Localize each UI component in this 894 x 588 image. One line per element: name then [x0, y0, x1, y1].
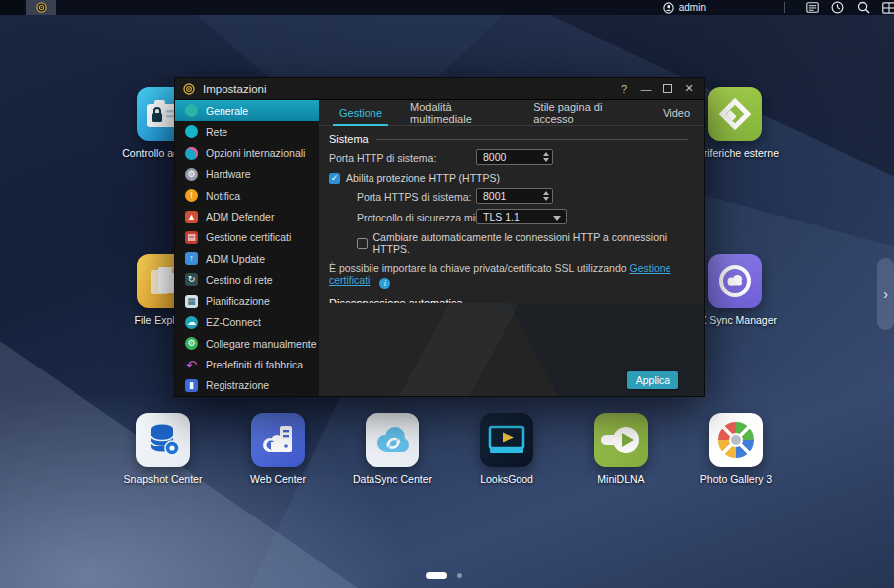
tab-video[interactable]: Video: [649, 100, 704, 126]
maximize-button[interactable]: [659, 81, 676, 97]
window-titlebar[interactable]: Impostazioni ? — ✕: [175, 78, 704, 100]
notifications-icon: [806, 2, 819, 13]
sidebar-item-label: Cestino di rete: [206, 274, 273, 286]
minidlna-icon: [594, 413, 648, 467]
http-port-value: 8000: [483, 151, 506, 163]
https-enable-row: ✓ Abilita protezione HTTP (HTTPS): [329, 172, 688, 184]
registration-icon: ▮: [185, 379, 198, 392]
spinner-buttons[interactable]: [543, 191, 549, 201]
desktop-icon-minidlna[interactable]: MiniDLNA: [575, 413, 667, 485]
looksgood-icon: [480, 413, 533, 467]
external-devices-icon: [708, 87, 762, 141]
sidebar-item-label: Registrazione: [206, 379, 269, 391]
sidebar-item-opzioni-internazionali[interactable]: Opzioni internazionali: [175, 143, 319, 164]
ez-connect-icon: ☁: [185, 316, 198, 329]
resource-monitor-icon: [831, 1, 844, 14]
sidebar-item-rete[interactable]: Rete: [175, 121, 319, 142]
sidebar-item-adm-defender[interactable]: ▲ ADM Defender: [175, 206, 319, 226]
taskbar-app-button-impostazioni[interactable]: [26, 0, 56, 15]
search-button[interactable]: [850, 0, 876, 15]
https-enable-label: Abilita protezione HTTP (HTTPS): [346, 172, 500, 184]
next-page-arrow[interactable]: ›: [877, 258, 894, 330]
info-icon[interactable]: i: [379, 278, 390, 289]
ez-sync-icon: [708, 254, 762, 308]
sidebar-item-label: Opzioni internazionali: [206, 147, 305, 159]
notifications-button[interactable]: [799, 0, 824, 15]
desktop-icon-label: EZ Sync Manager: [693, 314, 777, 326]
user-menu[interactable]: admin: [663, 2, 706, 14]
resource-monitor-button[interactable]: [824, 0, 850, 15]
sidebar-item-cestino-di-rete[interactable]: ↻ Cestino di rete: [175, 269, 319, 290]
sidebar-item-label: EZ-Connect: [206, 316, 261, 328]
settings-sidebar: Generale Rete Opzioni internazionali ⚙ H…: [175, 100, 319, 396]
help-button[interactable]: ?: [615, 81, 633, 97]
tab-stile-pagina-di-accesso[interactable]: Stile pagina di accesso: [520, 100, 649, 126]
chevron-right-icon: ›: [883, 286, 888, 302]
settings-gear-icon: [183, 83, 195, 95]
desktop-icon-looksgood[interactable]: LooksGood: [461, 413, 552, 485]
desktop-icon-label: Web Center: [250, 473, 306, 485]
desktop-icon-web-center[interactable]: Web Center: [232, 413, 324, 485]
desktop-icon-label: MiniDLNA: [597, 473, 644, 485]
http-port-input[interactable]: 8000: [476, 149, 553, 165]
sidebar-item-registrazione[interactable]: ▮ Registrazione: [175, 375, 319, 396]
top-taskbar: admin: [0, 0, 894, 15]
taskbar-left-strip: [0, 0, 24, 15]
settings-content: Sistema Porta HTTP di sistema: 8000 ✓ Ab…: [319, 126, 704, 303]
sidebar-item-label: Gestione certificati: [206, 231, 291, 243]
sidebar-item-label: Notifica: [206, 190, 240, 202]
hardware-icon: ⚙: [185, 168, 198, 181]
desktop-icon-label: Snapshot Center: [124, 473, 203, 485]
tab-modalita-multimediale[interactable]: Modalità multimediale: [396, 100, 520, 126]
desktop-icon-snapshot-center[interactable]: Snapshot Center: [117, 413, 209, 485]
settings-window: Impostazioni ? — ✕ Generale Rete Opzioni…: [174, 77, 705, 397]
tabs-bar: Gestione Modalità multimediale Stile pag…: [319, 100, 704, 126]
page-indicator-active[interactable]: [426, 572, 447, 579]
datasync-center-icon: [366, 413, 419, 467]
redirect-checkbox[interactable]: [357, 238, 368, 249]
web-center-icon: [251, 413, 305, 467]
ssl-note-text: È possibile importare la chiave privata/…: [329, 262, 630, 274]
desktop-icon-photo-gallery-3[interactable]: Photo Gallery 3: [690, 413, 782, 485]
maximize-icon: [663, 84, 672, 93]
sidebar-item-pianificazione[interactable]: ▦ Pianificazione: [175, 291, 319, 312]
defender-icon: ▲: [185, 211, 198, 223]
sidebar-item-adm-update[interactable]: ↑ ADM Update: [175, 248, 319, 269]
notification-icon: !: [185, 189, 198, 202]
photo-gallery-icon: [709, 413, 763, 467]
desktop-icon-label: DataSync Center: [353, 473, 432, 485]
desktop-icon-datasync-center[interactable]: DataSync Center: [347, 413, 438, 485]
sidebar-item-collegare-manualmente[interactable]: ⚙ Collegare manualmente: [175, 333, 319, 354]
https-enable-checkbox[interactable]: ✓: [329, 173, 340, 184]
apply-button[interactable]: Applica: [627, 371, 678, 389]
user-avatar-icon: [663, 2, 674, 14]
https-port-input[interactable]: 8001: [476, 188, 553, 204]
redirect-label: Cambiare automaticamente le connessioni …: [373, 231, 689, 255]
tls-row: Protocollo di sicurezza minimo: TLS 1.1: [329, 209, 688, 225]
tls-select[interactable]: TLS 1.1: [476, 209, 567, 224]
sidebar-item-hardware[interactable]: ⚙ Hardware: [175, 164, 319, 185]
task-switcher-icon: [882, 2, 894, 14]
desktop-icon-label: LooksGood: [480, 473, 533, 485]
network-icon: [185, 125, 198, 138]
general-icon: [185, 104, 198, 117]
page-indicator[interactable]: [457, 573, 462, 578]
minimize-button[interactable]: —: [637, 81, 655, 97]
sidebar-item-ez-connect[interactable]: ☁ EZ-Connect: [175, 312, 319, 333]
tab-gestione[interactable]: Gestione: [325, 100, 396, 126]
task-switcher-button[interactable]: [876, 0, 894, 15]
close-button[interactable]: ✕: [680, 81, 698, 97]
taskbar-separator: [784, 2, 785, 13]
redirect-row: Cambiare automaticamente le connessioni …: [357, 231, 688, 255]
spinner-buttons[interactable]: [543, 152, 549, 162]
section-sistema: Sistema: [329, 133, 688, 145]
sidebar-item-predefiniti-di-fabbrica[interactable]: ↶ Predefiniti di fabbrica: [175, 354, 319, 374]
sidebar-item-generale[interactable]: Generale: [175, 100, 319, 121]
sidebar-item-gestione-certificati[interactable]: ▤ Gestione certificati: [175, 227, 319, 248]
desktop-icon-label: Photo Gallery 3: [700, 473, 772, 485]
factory-reset-icon: ↶: [185, 359, 198, 371]
sidebar-item-notifica[interactable]: ! Notifica: [175, 185, 319, 206]
chevron-down-icon: [553, 216, 561, 220]
window-title: Impostazioni: [203, 83, 267, 95]
search-icon: [857, 1, 870, 14]
